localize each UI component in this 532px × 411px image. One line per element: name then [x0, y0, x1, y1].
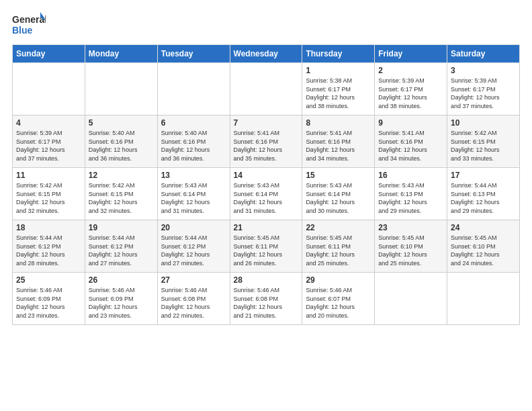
day-cell: 9Sunrise: 5:41 AM Sunset: 6:16 PM Daylig… — [375, 116, 447, 168]
calendar-table: SundayMondayTuesdayWednesdayThursdayFrid… — [12, 44, 520, 325]
page: General Blue SundayMondayTuesdayWednesda… — [0, 0, 532, 411]
day-info: Sunrise: 5:46 AM Sunset: 6:09 PM Dayligh… — [16, 286, 81, 320]
day-number: 22 — [306, 223, 371, 232]
day-cell: 29Sunrise: 5:46 AM Sunset: 6:07 PM Dayli… — [302, 273, 375, 325]
day-info: Sunrise: 5:46 AM Sunset: 6:07 PM Dayligh… — [306, 286, 371, 320]
day-number: 28 — [234, 275, 299, 285]
day-info: Sunrise: 5:40 AM Sunset: 6:16 PM Dayligh… — [89, 129, 154, 163]
week-row-1: 1Sunrise: 5:38 AM Sunset: 6:17 PM Daylig… — [13, 63, 520, 116]
day-cell: 27Sunrise: 5:46 AM Sunset: 6:08 PM Dayli… — [157, 273, 230, 325]
week-row-3: 11Sunrise: 5:42 AM Sunset: 6:15 PM Dayli… — [13, 168, 520, 220]
day-info: Sunrise: 5:39 AM Sunset: 6:17 PM Dayligh… — [16, 129, 81, 163]
day-cell: 20Sunrise: 5:44 AM Sunset: 6:12 PM Dayli… — [157, 220, 230, 273]
day-cell: 25Sunrise: 5:46 AM Sunset: 6:09 PM Dayli… — [13, 273, 85, 325]
day-cell: 10Sunrise: 5:42 AM Sunset: 6:15 PM Dayli… — [447, 116, 520, 168]
weekday-header-wednesday: Wednesday — [230, 45, 302, 63]
day-number: 26 — [89, 275, 154, 285]
day-cell: 19Sunrise: 5:44 AM Sunset: 6:12 PM Dayli… — [85, 220, 157, 273]
logo-svg: General Blue — [12, 11, 46, 38]
day-cell: 15Sunrise: 5:43 AM Sunset: 6:14 PM Dayli… — [302, 168, 375, 220]
day-number: 10 — [451, 118, 516, 128]
day-info: Sunrise: 5:43 AM Sunset: 6:13 PM Dayligh… — [378, 181, 443, 215]
day-info: Sunrise: 5:46 AM Sunset: 6:08 PM Dayligh… — [234, 286, 299, 320]
weekday-header-sunday: Sunday — [13, 45, 85, 63]
day-number: 2 — [378, 66, 443, 75]
day-number: 29 — [306, 275, 371, 285]
day-info: Sunrise: 5:44 AM Sunset: 6:12 PM Dayligh… — [89, 234, 154, 267]
day-info: Sunrise: 5:44 AM Sunset: 6:13 PM Dayligh… — [451, 181, 516, 215]
day-info: Sunrise: 5:45 AM Sunset: 6:11 PM Dayligh… — [234, 234, 299, 267]
day-info: Sunrise: 5:39 AM Sunset: 6:17 PM Dayligh… — [451, 77, 516, 110]
weekday-header-thursday: Thursday — [302, 45, 375, 63]
day-number: 4 — [16, 118, 81, 128]
day-number: 12 — [89, 171, 154, 180]
day-cell: 18Sunrise: 5:44 AM Sunset: 6:12 PM Dayli… — [13, 220, 85, 273]
day-cell: 16Sunrise: 5:43 AM Sunset: 6:13 PM Dayli… — [375, 168, 447, 220]
day-info: Sunrise: 5:42 AM Sunset: 6:15 PM Dayligh… — [16, 181, 81, 215]
day-cell: 3Sunrise: 5:39 AM Sunset: 6:17 PM Daylig… — [447, 63, 520, 116]
day-number: 14 — [234, 171, 299, 180]
week-row-4: 18Sunrise: 5:44 AM Sunset: 6:12 PM Dayli… — [13, 220, 520, 273]
day-number: 5 — [89, 118, 154, 128]
weekday-header-row: SundayMondayTuesdayWednesdayThursdayFrid… — [13, 45, 520, 63]
day-cell — [157, 63, 230, 116]
day-cell: 6Sunrise: 5:40 AM Sunset: 6:16 PM Daylig… — [157, 116, 230, 168]
day-info: Sunrise: 5:42 AM Sunset: 6:15 PM Dayligh… — [451, 129, 516, 163]
day-number: 19 — [89, 223, 154, 232]
day-number: 18 — [16, 223, 81, 232]
day-info: Sunrise: 5:46 AM Sunset: 6:08 PM Dayligh… — [161, 286, 226, 320]
weekday-header-saturday: Saturday — [447, 45, 520, 63]
svg-text:Blue: Blue — [12, 25, 33, 36]
day-cell: 21Sunrise: 5:45 AM Sunset: 6:11 PM Dayli… — [230, 220, 302, 273]
day-info: Sunrise: 5:41 AM Sunset: 6:16 PM Dayligh… — [306, 129, 371, 163]
day-info: Sunrise: 5:43 AM Sunset: 6:14 PM Dayligh… — [306, 181, 371, 215]
day-number: 8 — [306, 118, 371, 128]
logo: General Blue — [12, 11, 46, 38]
day-cell: 24Sunrise: 5:45 AM Sunset: 6:10 PM Dayli… — [447, 220, 520, 273]
day-cell: 12Sunrise: 5:42 AM Sunset: 6:15 PM Dayli… — [85, 168, 157, 220]
day-info: Sunrise: 5:39 AM Sunset: 6:17 PM Dayligh… — [378, 77, 443, 110]
day-cell — [375, 273, 447, 325]
day-number: 9 — [378, 118, 443, 128]
day-number: 6 — [161, 118, 226, 128]
day-number: 15 — [306, 171, 371, 180]
day-cell — [230, 63, 302, 116]
day-number: 24 — [451, 223, 516, 232]
day-info: Sunrise: 5:43 AM Sunset: 6:14 PM Dayligh… — [234, 181, 299, 215]
day-info: Sunrise: 5:44 AM Sunset: 6:12 PM Dayligh… — [161, 234, 226, 267]
day-cell: 28Sunrise: 5:46 AM Sunset: 6:08 PM Dayli… — [230, 273, 302, 325]
day-number: 17 — [451, 171, 516, 180]
day-number: 3 — [451, 66, 516, 75]
header: General Blue — [12, 11, 520, 38]
day-number: 13 — [161, 171, 226, 180]
weekday-header-tuesday: Tuesday — [157, 45, 230, 63]
day-number: 1 — [306, 66, 371, 75]
day-info: Sunrise: 5:45 AM Sunset: 6:10 PM Dayligh… — [378, 234, 443, 267]
day-cell: 23Sunrise: 5:45 AM Sunset: 6:10 PM Dayli… — [375, 220, 447, 273]
day-number: 27 — [161, 275, 226, 285]
day-cell: 11Sunrise: 5:42 AM Sunset: 6:15 PM Dayli… — [13, 168, 85, 220]
day-number: 25 — [16, 275, 81, 285]
day-number: 16 — [378, 171, 443, 180]
day-cell: 7Sunrise: 5:41 AM Sunset: 6:16 PM Daylig… — [230, 116, 302, 168]
day-info: Sunrise: 5:42 AM Sunset: 6:15 PM Dayligh… — [89, 181, 154, 215]
day-info: Sunrise: 5:41 AM Sunset: 6:16 PM Dayligh… — [234, 129, 299, 163]
day-cell: 4Sunrise: 5:39 AM Sunset: 6:17 PM Daylig… — [13, 116, 85, 168]
day-cell — [13, 63, 85, 116]
day-cell: 14Sunrise: 5:43 AM Sunset: 6:14 PM Dayli… — [230, 168, 302, 220]
day-cell: 26Sunrise: 5:46 AM Sunset: 6:09 PM Dayli… — [85, 273, 157, 325]
day-cell: 1Sunrise: 5:38 AM Sunset: 6:17 PM Daylig… — [302, 63, 375, 116]
day-number: 20 — [161, 223, 226, 232]
day-cell — [85, 63, 157, 116]
day-info: Sunrise: 5:38 AM Sunset: 6:17 PM Dayligh… — [306, 77, 371, 110]
day-cell: 22Sunrise: 5:45 AM Sunset: 6:11 PM Dayli… — [302, 220, 375, 273]
day-info: Sunrise: 5:43 AM Sunset: 6:14 PM Dayligh… — [161, 181, 226, 215]
week-row-5: 25Sunrise: 5:46 AM Sunset: 6:09 PM Dayli… — [13, 273, 520, 325]
weekday-header-friday: Friday — [375, 45, 447, 63]
day-number: 11 — [16, 171, 81, 180]
day-cell: 2Sunrise: 5:39 AM Sunset: 6:17 PM Daylig… — [375, 63, 447, 116]
day-info: Sunrise: 5:41 AM Sunset: 6:16 PM Dayligh… — [378, 129, 443, 163]
day-cell: 13Sunrise: 5:43 AM Sunset: 6:14 PM Dayli… — [157, 168, 230, 220]
day-info: Sunrise: 5:40 AM Sunset: 6:16 PM Dayligh… — [161, 129, 226, 163]
week-row-2: 4Sunrise: 5:39 AM Sunset: 6:17 PM Daylig… — [13, 116, 520, 168]
